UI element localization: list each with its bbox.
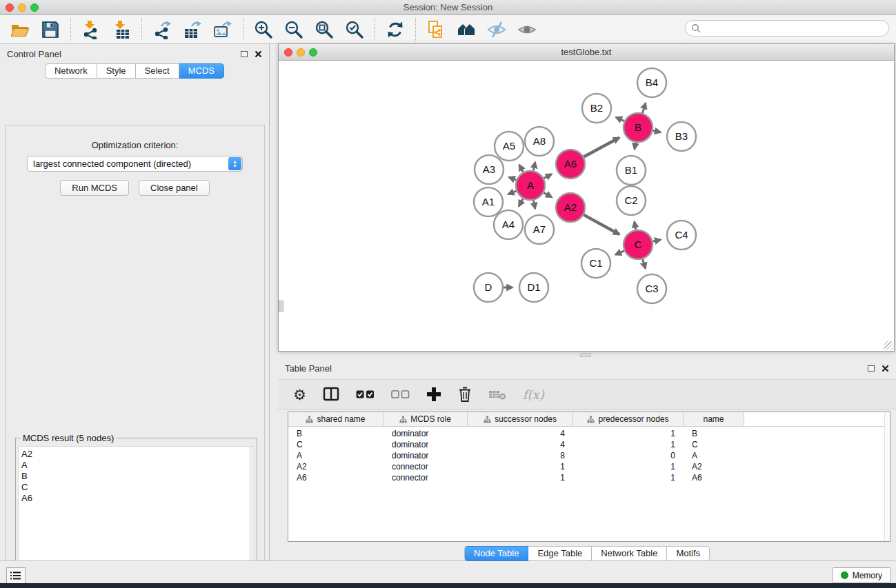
float-panel-icon[interactable] bbox=[241, 51, 248, 57]
export-network-icon[interactable] bbox=[152, 19, 172, 40]
run-mcds-button[interactable]: Run MCDS bbox=[60, 180, 129, 196]
edge-A-A2[interactable] bbox=[544, 193, 552, 197]
tab-select[interactable]: Select bbox=[136, 63, 179, 79]
node-A6[interactable]: A6 bbox=[556, 150, 585, 179]
table-settings-gear-icon[interactable]: ⚙ bbox=[293, 384, 306, 405]
column-header-predecessor-nodes[interactable]: predecessor nodes bbox=[573, 412, 684, 426]
edge-A-A1[interactable] bbox=[508, 191, 517, 194]
node-D[interactable]: D bbox=[474, 273, 503, 302]
close-panel-icon[interactable] bbox=[255, 50, 262, 58]
duplicate-network-icon[interactable] bbox=[426, 19, 446, 40]
float-table-panel-icon[interactable] bbox=[868, 365, 875, 372]
table-row[interactable]: A6connector11A6 bbox=[288, 472, 890, 483]
tab-network-table[interactable]: Network Table bbox=[592, 546, 667, 561]
node-A1[interactable]: A1 bbox=[474, 187, 503, 216]
table-row[interactable]: Cdominator41C bbox=[288, 439, 890, 450]
edge-C-C3[interactable] bbox=[643, 259, 646, 268]
column-header-name[interactable]: name bbox=[684, 412, 744, 426]
edge-A-A5[interactable] bbox=[519, 165, 524, 172]
export-table-icon[interactable] bbox=[182, 19, 203, 40]
edge-B-B3[interactable] bbox=[653, 130, 661, 132]
node-C3[interactable]: C3 bbox=[637, 274, 666, 303]
add-column-icon[interactable] bbox=[426, 384, 441, 405]
tab-style[interactable]: Style bbox=[97, 63, 136, 79]
zoom-fit-icon[interactable] bbox=[314, 19, 335, 40]
save-session-icon[interactable] bbox=[40, 19, 61, 40]
node-C[interactable]: C bbox=[624, 230, 653, 259]
tab-motifs[interactable]: Motifs bbox=[667, 546, 710, 561]
node-A8[interactable]: A8 bbox=[525, 127, 554, 156]
mcds-result-item[interactable]: B bbox=[21, 471, 254, 482]
node-B4[interactable]: B4 bbox=[637, 68, 666, 97]
column-header-shared-name[interactable]: shared name bbox=[288, 412, 384, 426]
criterion-dropdown[interactable]: largest connected component (directed) ▲… bbox=[27, 156, 243, 172]
edge-A6-B[interactable] bbox=[584, 138, 619, 157]
node-D1[interactable]: D1 bbox=[519, 273, 548, 302]
edge-B-B2[interactable] bbox=[616, 117, 624, 121]
node-B3[interactable]: B3 bbox=[667, 122, 696, 151]
edge-A-A4[interactable] bbox=[519, 199, 523, 206]
node-A4[interactable]: A4 bbox=[494, 210, 523, 239]
tab-mcds[interactable]: MCDS bbox=[179, 63, 224, 79]
tab-network[interactable]: Network bbox=[45, 63, 97, 79]
table-row[interactable]: Adominator80A bbox=[288, 450, 890, 461]
hide-selected-icon[interactable] bbox=[486, 19, 507, 40]
edge-A2-C[interactable] bbox=[584, 215, 619, 234]
mcds-result-item[interactable]: A6 bbox=[21, 493, 254, 504]
close-panel-button[interactable]: Close panel bbox=[139, 180, 210, 196]
close-table-panel-icon[interactable] bbox=[882, 365, 889, 372]
node-B2[interactable]: B2 bbox=[582, 94, 611, 123]
node-A7[interactable]: A7 bbox=[525, 215, 554, 244]
task-history-button[interactable] bbox=[6, 567, 26, 584]
network-window-titlebar[interactable]: testGlobe.txt bbox=[279, 44, 894, 61]
delete-column-icon[interactable] bbox=[458, 384, 472, 405]
refresh-icon[interactable] bbox=[385, 19, 406, 40]
node-C2[interactable]: C2 bbox=[617, 186, 646, 215]
import-table-icon[interactable] bbox=[111, 19, 132, 40]
home-layout-icon[interactable] bbox=[456, 19, 477, 40]
tab-node-table[interactable]: Node Table bbox=[464, 546, 529, 561]
window-resize-grip[interactable] bbox=[884, 341, 893, 350]
node-C1[interactable]: C1 bbox=[581, 249, 610, 278]
zoom-in-icon[interactable] bbox=[253, 19, 274, 40]
deselect-all-checkboxes-icon[interactable] bbox=[391, 384, 410, 405]
table-scrollbar[interactable] bbox=[884, 412, 890, 541]
column-header-successor-nodes[interactable]: successor nodes bbox=[468, 412, 573, 426]
column-header-mcds-role[interactable]: MCDS role bbox=[384, 412, 468, 426]
node-A[interactable]: A bbox=[516, 171, 545, 200]
table-row[interactable]: A2connector11A2 bbox=[288, 461, 890, 472]
splitter-handle[interactable] bbox=[580, 353, 591, 357]
zoom-selected-icon[interactable] bbox=[344, 19, 365, 40]
import-network-icon[interactable] bbox=[81, 19, 101, 40]
mcds-result-item[interactable]: A bbox=[21, 460, 254, 471]
mcds-result-item[interactable]: A2 bbox=[21, 449, 254, 460]
memory-button[interactable]: Memory bbox=[832, 567, 891, 583]
edge-C-C2[interactable] bbox=[635, 222, 636, 230]
show-column-icon[interactable] bbox=[323, 384, 339, 405]
select-all-checkboxes-icon[interactable] bbox=[356, 384, 375, 405]
birdseye-toggle-handle[interactable] bbox=[279, 301, 283, 312]
edge-C-C1[interactable] bbox=[615, 251, 624, 255]
node-A3[interactable]: A3 bbox=[475, 155, 504, 184]
edge-B-B1[interactable] bbox=[635, 143, 636, 150]
edge-B-B4[interactable] bbox=[642, 103, 645, 113]
node-B[interactable]: B bbox=[624, 113, 653, 142]
export-image-icon[interactable] bbox=[212, 19, 233, 40]
edge-C-C4[interactable] bbox=[653, 240, 660, 242]
node-C4[interactable]: C4 bbox=[667, 221, 696, 250]
edge-A-A7[interactable] bbox=[533, 201, 535, 209]
open-session-icon[interactable] bbox=[10, 19, 30, 40]
show-all-icon[interactable] bbox=[517, 19, 537, 40]
network-canvas[interactable]: B4B2BB3A5A8A6B1A3AC2A1A2A4A7C4CC1C3DD1 bbox=[279, 61, 894, 351]
node-B1[interactable]: B1 bbox=[617, 156, 646, 185]
table-row[interactable]: Bdominator41B bbox=[288, 428, 890, 439]
node-A5[interactable]: A5 bbox=[495, 132, 524, 161]
mcds-result-item[interactable]: C bbox=[21, 482, 254, 493]
edge-A-A8[interactable] bbox=[533, 162, 535, 170]
edge-A-A6[interactable] bbox=[544, 174, 551, 179]
edge-A-A3[interactable] bbox=[509, 177, 517, 180]
node-A2[interactable]: A2 bbox=[556, 193, 585, 222]
tab-edge-table[interactable]: Edge Table bbox=[528, 546, 592, 561]
search-input[interactable] bbox=[685, 20, 889, 37]
zoom-out-icon[interactable] bbox=[283, 19, 304, 40]
